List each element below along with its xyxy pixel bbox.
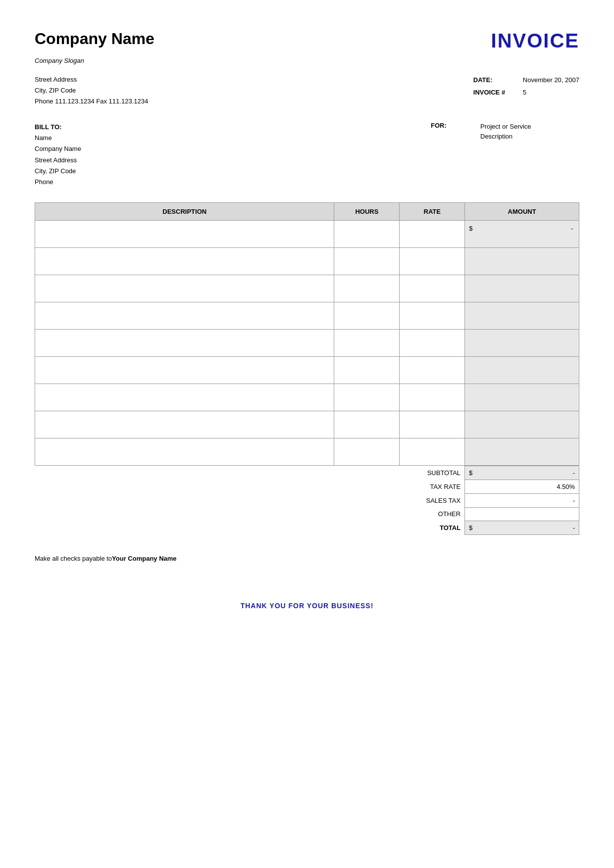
tax-rate-label: TAX RATE [35, 480, 465, 493]
table-row [35, 384, 579, 411]
cell-hours [334, 247, 400, 275]
company-address: Street Address City, ZIP Code Phone 111.… [35, 74, 148, 107]
cell-rate [400, 329, 465, 356]
cell-description [35, 302, 334, 329]
table-row [35, 275, 579, 302]
for-section: FOR: Project or Service Description [431, 122, 579, 188]
total-row: TOTAL $ - [35, 521, 579, 534]
footer-text: Make all checks payable toYour Company N… [35, 555, 579, 562]
cell-hours [334, 220, 400, 247]
table-row [35, 247, 579, 275]
bill-to-street: Street Address [35, 155, 81, 166]
company-phone-fax: Phone 111.123.1234 Fax 111.123.1234 [35, 96, 148, 107]
cell-description [35, 329, 334, 356]
total-value: $ - [465, 521, 579, 534]
cell-description [35, 438, 334, 465]
subtotal-amount: - [573, 469, 575, 477]
table-row [35, 329, 579, 356]
table-row [35, 438, 579, 465]
invoice-number-value: 5 [523, 87, 526, 99]
summary-table: SUBTOTAL $ - TAX RATE 4.50% SALES TAX - … [35, 466, 579, 535]
company-city-zip: City, ZIP Code [35, 85, 148, 96]
top-info-section: Street Address City, ZIP Code Phone 111.… [35, 74, 579, 107]
sales-tax-row: SALES TAX - [35, 493, 579, 507]
invoice-title: INVOICE [491, 30, 579, 52]
cell-amount [465, 329, 579, 356]
total-amount: - [573, 524, 575, 531]
sales-tax-value: - [465, 493, 579, 507]
cell-amount [465, 275, 579, 302]
subtotal-dollar-sign: $ [469, 469, 472, 477]
cell-amount [465, 302, 579, 329]
company-street: Street Address [35, 74, 148, 85]
cell-rate [400, 220, 465, 247]
thank-you-message: THANK YOU FOR YOUR BUSINESS! [35, 602, 579, 610]
cell-hours [334, 411, 400, 438]
bill-to-phone: Phone [35, 177, 81, 188]
cell-rate [400, 275, 465, 302]
col-header-amount: AMOUNT [465, 202, 579, 220]
other-row: OTHER [35, 507, 579, 521]
subtotal-label: SUBTOTAL [35, 466, 465, 480]
col-header-hours: HOURS [334, 202, 400, 220]
table-row [35, 356, 579, 384]
subtotal-row: SUBTOTAL $ - [35, 466, 579, 480]
cell-hours [334, 356, 400, 384]
table-row: $- [35, 220, 579, 247]
col-header-description: DESCRIPTION [35, 202, 334, 220]
cell-rate [400, 356, 465, 384]
cell-description [35, 220, 334, 247]
checks-text: Make all checks payable to [35, 555, 112, 562]
invoice-table: DESCRIPTION HOURS RATE AMOUNT $- [35, 202, 579, 466]
bill-to-label: BILL TO: [35, 122, 81, 133]
subtotal-value: $ - [465, 466, 579, 480]
date-value: November 20, 2007 [523, 74, 579, 87]
cell-hours [334, 275, 400, 302]
bill-to-name: Name [35, 133, 81, 144]
sales-tax-label: SALES TAX [35, 493, 465, 507]
checks-bold: Your Company Name [112, 555, 177, 562]
company-slogan: Company Slogan [35, 57, 579, 64]
cell-hours [334, 329, 400, 356]
page-header: Company Name INVOICE [35, 30, 579, 52]
for-value-line2: Description [480, 132, 531, 142]
cell-hours [334, 438, 400, 465]
bill-to-company: Company Name [35, 144, 81, 154]
invoice-meta: DATE: November 20, 2007 INVOICE # 5 [473, 74, 579, 107]
cell-amount [465, 438, 579, 465]
cell-description [35, 275, 334, 302]
table-row [35, 411, 579, 438]
table-row [35, 302, 579, 329]
cell-description [35, 356, 334, 384]
cell-hours [334, 384, 400, 411]
cell-description [35, 384, 334, 411]
cell-rate [400, 438, 465, 465]
cell-amount [465, 356, 579, 384]
bill-for-section: BILL TO: Name Company Name Street Addres… [35, 122, 579, 188]
cell-amount [465, 411, 579, 438]
cell-amount [465, 247, 579, 275]
cell-rate [400, 411, 465, 438]
col-header-rate: RATE [400, 202, 465, 220]
cell-description [35, 247, 334, 275]
date-label: DATE: [473, 74, 518, 87]
invoice-number-label: INVOICE # [473, 87, 518, 99]
for-description: Project or Service Description [480, 122, 531, 141]
total-dollar-sign: $ [469, 524, 472, 531]
total-label: TOTAL [35, 521, 465, 534]
cell-rate [400, 302, 465, 329]
for-label: FOR: [431, 122, 475, 141]
other-label: OTHER [35, 507, 465, 521]
cell-amount [465, 384, 579, 411]
cell-rate [400, 384, 465, 411]
company-name: Company Name [35, 30, 154, 48]
bill-to-section: BILL TO: Name Company Name Street Addres… [35, 122, 81, 188]
cell-hours [334, 302, 400, 329]
cell-rate [400, 247, 465, 275]
for-value-line1: Project or Service [480, 122, 531, 132]
cell-amount: $- [465, 220, 579, 247]
tax-rate-value: 4.50% [465, 480, 579, 493]
tax-rate-row: TAX RATE 4.50% [35, 480, 579, 493]
bill-to-city-zip: City, ZIP Code [35, 166, 81, 177]
cell-description [35, 411, 334, 438]
